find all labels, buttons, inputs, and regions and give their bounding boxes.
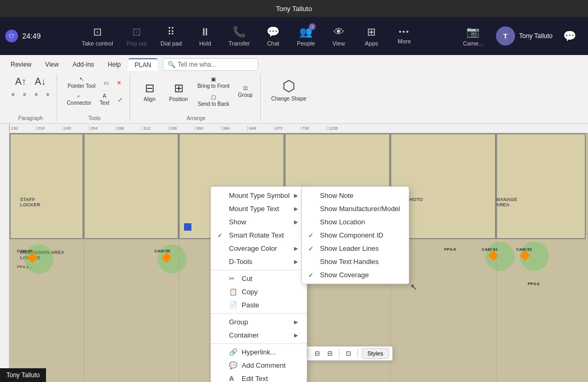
menu-item-add-comment[interactable]: 💬 Add Comment	[211, 359, 307, 372]
menu-item-copy[interactable]: 📋 Copy	[211, 285, 307, 298]
format-btn-spacing[interactable]: ⊡	[343, 348, 354, 359]
paragraph-buttons: A↑ A↓	[12, 74, 49, 89]
pointer-tool-label: Pointer Tool	[68, 83, 96, 89]
chat-sidebar-button[interactable]: 💬	[557, 26, 583, 46]
menu-item-d-tools[interactable]: D-Tools	[211, 255, 307, 268]
menu-label-container: Container	[229, 331, 290, 339]
people-button[interactable]: 👥2 People	[290, 22, 322, 50]
toolbar-center: ⊡ Take control ⊡ Pop out ⠿ Dial pad ⏸ Ho…	[75, 22, 420, 50]
take-control-label: Take control	[81, 40, 113, 47]
menu-item-edit-text[interactable]: A Edit Text	[211, 372, 307, 382]
submenu-item-show-location[interactable]: Show Location	[302, 215, 409, 229]
submenu-item-show-component-id[interactable]: ✓ Show Component ID	[302, 229, 409, 242]
submenu-label-show-leader-lines: Show Leader Lines	[320, 244, 400, 252]
menu-item-hyperlink[interactable]: 🔗 Hyperlink...	[211, 345, 307, 359]
view-button[interactable]: 👁 View	[323, 23, 355, 50]
ribbon-search-placeholder: Tell me wha...	[178, 61, 216, 68]
more-button[interactable]: ••• More	[389, 24, 420, 48]
font-size-down-button[interactable]: A↓	[32, 74, 49, 89]
submenu-item-show-leader-lines[interactable]: ✓ Show Leader Lines	[302, 242, 409, 255]
toolbar-left: 🛡 24:49	[5, 30, 41, 42]
bring-front-label: Bring to Front	[197, 83, 229, 89]
submenu-item-show-note[interactable]: Show Note	[302, 189, 409, 202]
menu-label-show: Show	[229, 218, 290, 226]
pop-out-button[interactable]: ⊡ Pop out	[121, 22, 153, 50]
dial-pad-button[interactable]: ⠿ Dial pad	[154, 22, 188, 50]
chat-icon: 💬	[267, 25, 280, 38]
hold-button[interactable]: ⏸ Hold	[189, 23, 221, 50]
close-button[interactable]: ✕	[114, 78, 124, 88]
send-to-back-button[interactable]: ▢ Send to Back	[194, 92, 233, 109]
align-button[interactable]: ⊟ Align	[136, 78, 163, 105]
align-left-button[interactable]: ≡	[8, 89, 18, 99]
align-icon: ⊟	[145, 81, 154, 95]
rectangle-button[interactable]: ▭	[100, 78, 112, 88]
align-left-icon: ≡	[12, 92, 15, 97]
text-icon: A	[103, 93, 106, 99]
change-shape-button[interactable]: ⬡ Change Shape	[267, 74, 311, 105]
font-size-up-button[interactable]: A↑	[12, 74, 30, 89]
time-display: 24:49	[22, 32, 41, 40]
check-leader-lines: ✓	[308, 245, 316, 252]
take-control-button[interactable]: ⊡ Take control	[75, 22, 119, 50]
ribbon-group-tools: ↖ Pointer Tool ▭ ✕ ⌐ Connector A Text	[59, 74, 130, 121]
align-right-button[interactable]: ≡	[32, 89, 41, 99]
bring-to-front-button[interactable]: ▣ Bring to Front	[194, 74, 233, 91]
submenu-item-show-coverage[interactable]: ✓ Show Coverage	[302, 268, 409, 281]
ribbon-content: A↑ A↓ ≡ ≡ ≡ ≡ Paragraph ↖ Pointer Tool ▭	[0, 72, 588, 123]
hold-icon: ⏸	[200, 26, 210, 38]
menu-label-paste: Paste	[242, 301, 298, 309]
transfer-button[interactable]: 📞 Transfer	[222, 22, 256, 50]
menu-item-show[interactable]: Show	[211, 215, 307, 229]
styles-button[interactable]: Styles	[362, 348, 389, 359]
change-shape-icon: ⬡	[282, 77, 295, 95]
align-justify-button[interactable]: ≡	[43, 89, 53, 99]
menu-item-smart-rotate-text[interactable]: ✓ Smart Rotate Text	[211, 229, 307, 242]
format-btn-align-v[interactable]: ⊟	[325, 348, 335, 359]
menu-item-mount-type-text[interactable]: Mount Type Text	[211, 202, 307, 215]
chat-button[interactable]: 💬 Chat	[258, 22, 289, 50]
resize-button[interactable]: ⤢	[115, 95, 125, 105]
title-text: Tony Talluto	[276, 5, 312, 13]
group-button[interactable]: ⊡ Group	[235, 83, 256, 100]
menu-item-group[interactable]: Group	[211, 315, 307, 329]
transfer-icon: 📞	[233, 25, 246, 38]
menu-label-coverage-color: Coverage Color	[229, 244, 290, 252]
menu-item-container[interactable]: Container	[211, 329, 307, 342]
separator-1	[211, 270, 307, 270]
group-label: Group	[238, 92, 253, 98]
tools-buttons: ↖ Pointer Tool ▭ ✕	[65, 74, 125, 91]
pointer-tool-button[interactable]: ↖ Pointer Tool	[65, 74, 99, 91]
rectangle-icon: ▭	[104, 80, 108, 86]
menu-item-mount-type-symbol[interactable]: Mount Type Symbol	[211, 189, 307, 202]
grid-line-1	[84, 133, 84, 382]
camera-button[interactable]: 📷 Came...	[455, 22, 492, 50]
menu-item-cut[interactable]: ✂ Cut	[211, 272, 307, 285]
connector-button[interactable]: ⌐ Connector	[63, 91, 94, 108]
apps-button[interactable]: ⊞ Apps	[356, 22, 388, 50]
text-button[interactable]: A Text	[97, 91, 113, 108]
tab-view[interactable]: View	[39, 59, 65, 70]
align-center-button[interactable]: ≡	[20, 89, 30, 99]
tab-help[interactable]: Help	[102, 59, 127, 70]
submenu-label-show-coverage: Show Coverage	[320, 271, 400, 279]
cam-label-59: CAM:59	[154, 249, 170, 253]
check-smart-rotate: ✓	[217, 232, 225, 239]
cam-label-54: CAM:54	[482, 247, 498, 252]
chat-sidebar-icon: 💬	[563, 30, 576, 42]
submenu-item-show-manufacturer[interactable]: Show Manufacturer/Model	[302, 202, 409, 215]
resize-icon: ⤢	[118, 97, 122, 103]
tab-review[interactable]: Review	[4, 59, 38, 70]
tab-plan[interactable]: PLAN	[128, 58, 158, 71]
ribbon-search[interactable]: 🔍 Tell me wha...	[163, 58, 258, 71]
menu-item-coverage-color[interactable]: Coverage Color	[211, 242, 307, 255]
tab-addins[interactable]: Add-ins	[66, 59, 100, 70]
submenu-label-show-manufacturer: Show Manufacturer/Model	[320, 205, 400, 213]
position-button[interactable]: ⊞ Position	[165, 78, 192, 105]
user-badge: Tony Talluto	[0, 368, 46, 382]
pop-out-icon: ⊡	[132, 25, 141, 38]
submenu-item-show-text-handles[interactable]: Show Text Handles	[302, 255, 409, 268]
view-icon: 👁	[334, 26, 344, 38]
format-btn-align-h[interactable]: ⊟	[312, 348, 323, 359]
menu-item-paste[interactable]: 📄 Paste	[211, 298, 307, 312]
